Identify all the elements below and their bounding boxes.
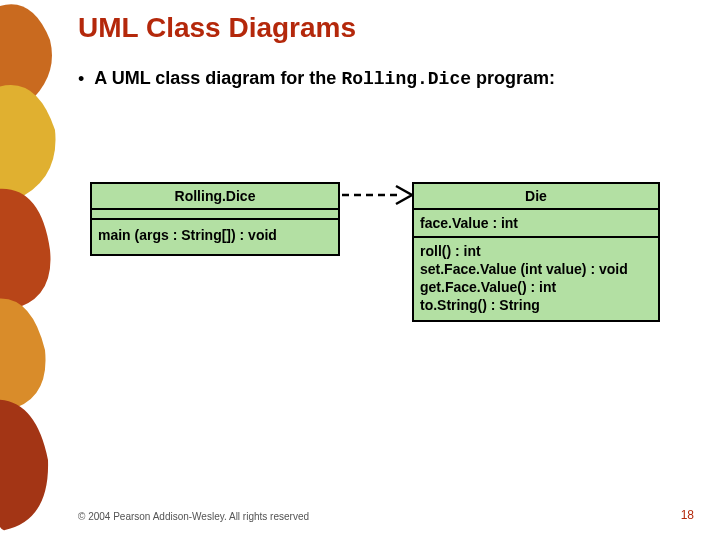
autumn-leaves-decoration: [0, 0, 60, 540]
uml-class-name: Rolling.Dice: [92, 184, 338, 210]
uml-class-name: Die: [414, 184, 658, 210]
uml-operation: to.String() : String: [420, 296, 652, 314]
bullet-text-pre: A UML class diagram for the: [94, 68, 341, 88]
uml-attributes: [92, 210, 338, 220]
uml-operation: main (args : String[]) : void: [98, 226, 332, 244]
bullet-dot-icon: •: [78, 66, 84, 92]
bullet-text: A UML class diagram for the Rolling.Dice…: [94, 66, 555, 91]
slide-title: UML Class Diagrams: [78, 12, 356, 44]
uml-operation: set.Face.Value (int value) : void: [420, 260, 652, 278]
page-number: 18: [681, 508, 694, 522]
uml-class-rollingdice: Rolling.Dice main (args : String[]) : vo…: [90, 182, 340, 256]
uml-operations: roll() : int set.Face.Value (int value) …: [414, 238, 658, 320]
bullet-item: • A UML class diagram for the Rolling.Di…: [78, 66, 638, 92]
uml-operations: main (args : String[]) : void: [92, 220, 338, 254]
bullet-text-post: program:: [471, 68, 555, 88]
uml-operation: roll() : int: [420, 242, 652, 260]
dependency-arrow-icon: [340, 180, 420, 210]
uml-class-die: Die face.Value : int roll() : int set.Fa…: [412, 182, 660, 322]
uml-operation: get.Face.Value() : int: [420, 278, 652, 296]
uml-attribute: face.Value : int: [420, 214, 652, 232]
uml-attributes: face.Value : int: [414, 210, 658, 238]
copyright-footer: © 2004 Pearson Addison-Wesley. All right…: [78, 511, 309, 522]
bullet-text-mono: Rolling.Dice: [341, 69, 471, 89]
